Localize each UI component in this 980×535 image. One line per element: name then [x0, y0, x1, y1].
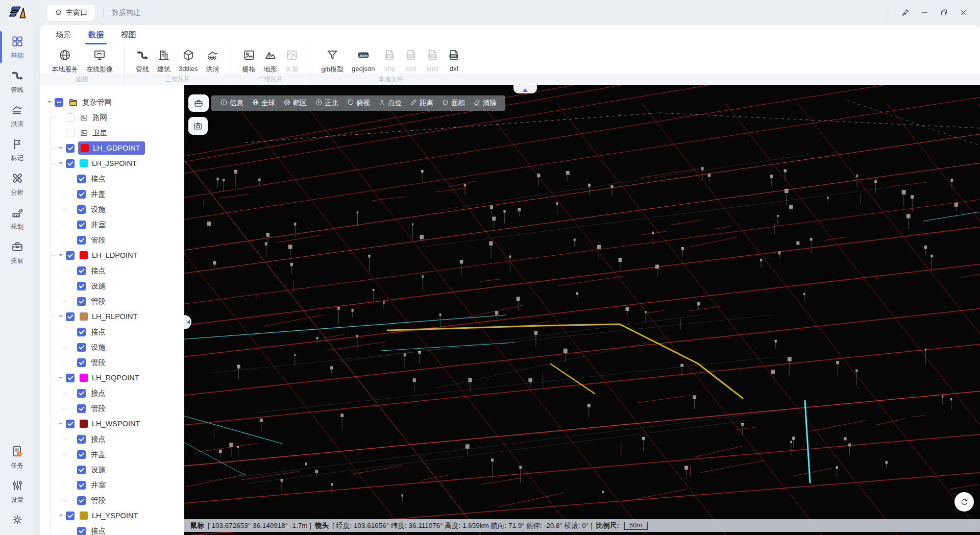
tree-item-接点[interactable]: 接点 [89, 524, 110, 535]
visibility-checkbox[interactable] [66, 420, 75, 428]
visibility-checkbox[interactable] [77, 450, 86, 459]
visibility-checkbox[interactable] [77, 236, 86, 245]
ribbon-tab-scene[interactable]: 场景 [56, 25, 71, 45]
tree-item-井室[interactable]: 井室 [89, 478, 110, 492]
visibility-checkbox[interactable] [77, 358, 86, 367]
expand-arrow-icon[interactable] [57, 160, 65, 166]
tree-item-接点[interactable]: 接点 [89, 432, 110, 446]
tab-main-window[interactable]: 主窗口 [47, 5, 95, 21]
expand-arrow-icon[interactable] [57, 313, 65, 320]
tree-item-管段[interactable]: 管段 [89, 356, 110, 369]
visibility-checkbox[interactable] [77, 389, 86, 398]
toolbar-button-洪涝[interactable]: 洪涝 [203, 47, 223, 75]
visibility-checkbox[interactable] [77, 205, 86, 214]
visibility-checkbox[interactable] [77, 435, 86, 444]
viewport-tool-area[interactable]: 面积 [438, 99, 469, 108]
tree-item-LH_RQPOINT[interactable]: LH_RQPOINT [78, 371, 144, 384]
tree-item-管段[interactable]: 管段 [89, 402, 110, 415]
sidebar-item-flood[interactable]: 洪涝 [0, 99, 34, 133]
sidebar-item-settings[interactable]: 设置 [0, 474, 34, 508]
tree-item-井盖[interactable]: 井盖 [89, 187, 110, 201]
expand-arrow-icon[interactable] [57, 252, 65, 258]
visibility-checkbox[interactable] [77, 282, 86, 290]
visibility-checkbox[interactable] [77, 404, 86, 413]
tree-item-接点[interactable]: 接点 [89, 386, 110, 400]
tree-item-接点[interactable]: 接点 [89, 264, 110, 277]
visibility-checkbox[interactable] [66, 129, 75, 137]
toolbar-button-dxf[interactable]: DXFdxf [444, 47, 463, 74]
visibility-checkbox[interactable] [66, 113, 75, 122]
toolbar-button-geojson[interactable]: JSONgeojson [349, 47, 378, 74]
visibility-checkbox[interactable] [77, 496, 86, 505]
visibility-checkbox[interactable] [66, 512, 75, 520]
visibility-checkbox[interactable] [77, 190, 86, 199]
sidebar-item-planning[interactable]: 规划 [0, 201, 34, 235]
tab-data-construction[interactable]: 数据构建 [112, 8, 140, 17]
tree-item-管段[interactable]: 管段 [89, 494, 110, 507]
visibility-checkbox[interactable] [77, 527, 86, 535]
viewport-tool-globe[interactable]: 全球 [248, 99, 279, 108]
expand-arrow-icon[interactable] [57, 145, 65, 151]
sidebar-item-expand[interactable]: 拓展 [0, 235, 34, 270]
tree-item-接点[interactable]: 接点 [89, 325, 110, 338]
viewport-tool-clear[interactable]: 清除 [470, 99, 500, 108]
ribbon-tab-view[interactable]: 视图 [121, 25, 136, 45]
tree-item-管段[interactable]: 管段 [89, 233, 110, 247]
viewport-tool-point[interactable]: 点位 [375, 99, 405, 108]
tree-item-设施[interactable]: 设施 [89, 203, 110, 216]
tree-item-井室[interactable]: 井室 [89, 218, 110, 231]
screenshot-button[interactable] [188, 117, 208, 135]
toolbar-expand-handle[interactable] [513, 85, 537, 93]
toolbar-button-地形[interactable]: 地形 [261, 47, 280, 75]
visibility-checkbox[interactable] [77, 297, 86, 306]
tree-item-LH_LDPOINT[interactable]: LH_LDPOINT [78, 249, 142, 262]
sidebar-item-pipeline[interactable]: 管线 [0, 64, 34, 99]
viewport-tool-info[interactable]: 信息 [216, 99, 247, 108]
tree-item-LH_WSPOINT[interactable]: LH_WSPOINT [78, 417, 144, 430]
expand-arrow-icon[interactable] [57, 513, 65, 519]
sidebar-item-tasks[interactable]: 任务 [0, 440, 34, 474]
visibility-checkbox[interactable] [77, 221, 86, 229]
toolbar-button-建筑[interactable]: 建筑 [154, 47, 174, 75]
toolbar-button-glb模型[interactable]: glb模型 [318, 47, 347, 75]
ribbon-tab-data[interactable]: 数据 [88, 25, 104, 45]
visibility-checkbox[interactable] [66, 374, 75, 382]
close-button[interactable] [953, 5, 973, 21]
toolbar-button-在线影像[interactable]: 在线影像 [83, 47, 116, 75]
toolbar-button-本地服务[interactable]: 本地服务 [48, 47, 81, 75]
pin-button[interactable] [895, 5, 915, 21]
tree-item-路网[interactable]: 路网 [78, 111, 112, 124]
tree-item-接点[interactable]: 接点 [89, 172, 110, 185]
viewport-tool-true-north[interactable]: 正北 [311, 99, 342, 108]
tree-item-井盖[interactable]: 井盖 [89, 448, 110, 461]
visibility-checkbox[interactable] [66, 251, 75, 260]
tree-item-复杂管网[interactable]: 复杂管网 [67, 95, 116, 109]
sidebar-item-theme[interactable] [0, 508, 34, 532]
visibility-checkbox[interactable] [66, 312, 75, 321]
visibility-checkbox[interactable] [77, 481, 86, 490]
tree-item-LH_RLPOINT[interactable]: LH_RLPOINT [78, 310, 142, 323]
visibility-checkbox[interactable] [66, 144, 75, 153]
restore-button[interactable] [934, 5, 953, 21]
viewport-tool-target-area[interactable]: 靶区 [280, 99, 310, 108]
visibility-checkbox[interactable] [66, 159, 75, 168]
tree-item-设施[interactable]: 设施 [89, 341, 110, 354]
expand-arrow-icon[interactable] [57, 375, 65, 381]
map-canvas[interactable] [184, 85, 980, 535]
sidebar-item-basic[interactable]: 基础 [0, 30, 34, 64]
visibility-checkbox[interactable] [77, 466, 86, 474]
tree-item-管段[interactable]: 管段 [89, 295, 110, 308]
tree-item-LH_GDPOINT[interactable]: LH_GDPOINT [78, 141, 145, 155]
visibility-checkbox[interactable] [77, 266, 86, 275]
tree-item-设施[interactable]: 设施 [89, 463, 110, 476]
toolbar-button-3dtiles[interactable]: 3dtiles [176, 47, 201, 74]
visibility-checkbox[interactable] [77, 343, 86, 352]
expand-arrow-icon[interactable] [45, 99, 54, 105]
visibility-checkbox[interactable] [77, 175, 86, 183]
tree-item-设施[interactable]: 设施 [89, 279, 110, 293]
tree-item-卫星[interactable]: 卫星 [78, 126, 112, 139]
visibility-checkbox[interactable] [55, 98, 63, 107]
tree-item-LH_JSPOINT[interactable]: LH_JSPOINT [78, 157, 141, 170]
toolbar-button-栅格[interactable]: 栅格 [239, 47, 259, 75]
toolbox-button[interactable] [188, 94, 209, 112]
